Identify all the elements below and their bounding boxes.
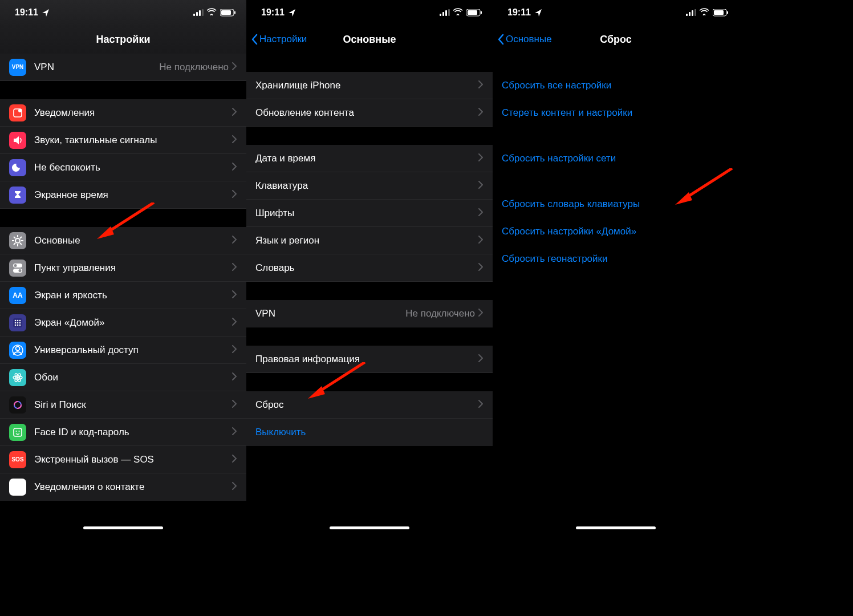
- back-label: Основные: [506, 34, 552, 45]
- row-label: Экран «Домой»: [34, 317, 232, 329]
- row-vpn[interactable]: VPN VPN Не подключено: [0, 54, 246, 81]
- screen-reset: 19:11 Основные Сброс Сбросить все настро…: [493, 0, 739, 534]
- chevron-icon: [232, 345, 237, 355]
- row-background-refresh[interactable]: Обновление контента: [246, 99, 493, 127]
- chevron-icon: [478, 181, 484, 191]
- wifi-icon: [207, 7, 217, 18]
- home-indicator[interactable]: [576, 526, 656, 529]
- row-label: Siri и Поиск: [34, 399, 232, 411]
- row-label: Универсальный доступ: [34, 345, 232, 356]
- row-language[interactable]: Язык и регион: [246, 227, 493, 254]
- sos-icon: SOS: [9, 451, 26, 468]
- back-button[interactable]: Настройки: [251, 25, 307, 54]
- row-erase-all[interactable]: Стереть контент и настройки: [493, 99, 739, 127]
- status-bar: 19:11: [0, 0, 246, 25]
- page-title: Настройки: [96, 34, 151, 46]
- row-reset-location[interactable]: Сбросить геонастройки: [493, 245, 739, 273]
- row-label: Экран и яркость: [34, 290, 232, 301]
- row-notifications[interactable]: Уведомления: [0, 99, 246, 127]
- row-label: Хранилище iPhone: [255, 80, 478, 91]
- chevron-icon: [232, 263, 237, 273]
- row-label: Не беспокоить: [34, 162, 232, 173]
- chevron-icon: [478, 236, 484, 246]
- row-control-center[interactable]: Пункт управления: [0, 254, 246, 282]
- row-label: Сбросить настройки сети: [502, 153, 730, 164]
- row-shutdown[interactable]: Выключить: [246, 419, 493, 446]
- row-dictionary[interactable]: Словарь: [246, 254, 493, 282]
- chevron-icon: [232, 62, 237, 72]
- row-label: Уведомления о контакте: [34, 481, 232, 493]
- row-label: Основные: [34, 235, 232, 246]
- chevron-icon: [232, 290, 237, 301]
- row-reset-keyboard[interactable]: Сбросить словарь клавиатуры: [493, 191, 739, 218]
- row-vpn-2[interactable]: VPN Не подключено: [246, 300, 493, 327]
- navbar: Основные Сброс: [493, 25, 739, 54]
- chevron-icon: [232, 482, 237, 492]
- row-siri[interactable]: Siri и Поиск: [0, 391, 246, 419]
- chevron-icon: [232, 455, 237, 465]
- siri-icon: [9, 396, 26, 414]
- chevron-icon: [232, 372, 237, 383]
- back-button[interactable]: Основные: [497, 25, 552, 54]
- row-label: VPN: [255, 308, 405, 319]
- row-faceid[interactable]: Face ID и код-пароль: [0, 419, 246, 446]
- battery-icon: [466, 9, 482, 17]
- row-label: Обновление контента: [255, 107, 478, 119]
- chevron-icon: [232, 427, 237, 437]
- row-exposure[interactable]: Уведомления о контакте: [0, 473, 246, 501]
- display-icon: AA: [9, 287, 26, 304]
- row-sounds[interactable]: Звуки, тактильные сигналы: [0, 127, 246, 154]
- row-label: Звуки, тактильные сигналы: [34, 135, 232, 146]
- row-label: Дата и время: [255, 153, 478, 164]
- row-label: Сбросить словарь клавиатуры: [502, 198, 730, 210]
- wallpaper-icon: [9, 369, 26, 386]
- status-right: [686, 7, 729, 18]
- screen-general: 19:11 Настройки Основные Хранилище iPhon…: [246, 0, 493, 534]
- chevron-icon: [232, 163, 237, 173]
- chevron-icon: [478, 108, 484, 118]
- row-accessibility[interactable]: Универсальный доступ: [0, 337, 246, 364]
- screentime-icon: [9, 187, 26, 204]
- home-indicator[interactable]: [330, 526, 409, 529]
- row-home-screen[interactable]: Экран «Домой»: [0, 309, 246, 337]
- sounds-icon: [9, 132, 26, 149]
- chevron-icon: [232, 318, 237, 328]
- row-datetime[interactable]: Дата и время: [246, 145, 493, 172]
- row-label: VPN: [34, 62, 159, 73]
- dnd-icon: [9, 159, 26, 176]
- row-general[interactable]: Основные: [0, 227, 246, 254]
- row-dnd[interactable]: Не беспокоить: [0, 154, 246, 181]
- row-screentime[interactable]: Экранное время: [0, 181, 246, 209]
- row-label: Шрифты: [255, 208, 478, 219]
- chevron-icon: [232, 108, 237, 118]
- home-indicator[interactable]: [83, 526, 163, 529]
- cellular-icon: [686, 9, 696, 16]
- wifi-icon: [453, 7, 463, 18]
- chevron-icon: [478, 263, 484, 273]
- notifications-icon: [9, 104, 26, 121]
- row-keyboard[interactable]: Клавиатура: [246, 172, 493, 200]
- row-reset[interactable]: Сброс: [246, 391, 493, 419]
- row-label: Язык и регион: [255, 235, 478, 246]
- row-reset-network[interactable]: Сбросить настройки сети: [493, 145, 739, 172]
- chevron-icon: [232, 236, 237, 246]
- row-reset-all[interactable]: Сбросить все настройки: [493, 72, 739, 99]
- row-detail: Не подключено: [405, 308, 475, 319]
- row-label: Правовая информация: [255, 354, 478, 365]
- row-label: Экстренный вызов — SOS: [34, 454, 232, 465]
- row-label: Сбросить все настройки: [502, 80, 730, 91]
- location-icon: [534, 9, 542, 17]
- row-label: Стереть контент и настройки: [502, 107, 730, 119]
- status-right: [440, 7, 482, 18]
- location-icon: [42, 9, 50, 17]
- row-fonts[interactable]: Шрифты: [246, 200, 493, 227]
- row-reset-home[interactable]: Сбросить настройки «Домой»: [493, 218, 739, 245]
- status-time: 19:11: [507, 7, 531, 18]
- wifi-icon: [700, 7, 709, 18]
- row-sos[interactable]: SOS Экстренный вызов — SOS: [0, 446, 246, 473]
- row-display[interactable]: AA Экран и яркость: [0, 282, 246, 309]
- row-wallpaper[interactable]: Обои: [0, 364, 246, 391]
- chevron-icon: [232, 190, 237, 200]
- row-storage[interactable]: Хранилище iPhone: [246, 72, 493, 99]
- row-legal[interactable]: Правовая информация: [246, 346, 493, 373]
